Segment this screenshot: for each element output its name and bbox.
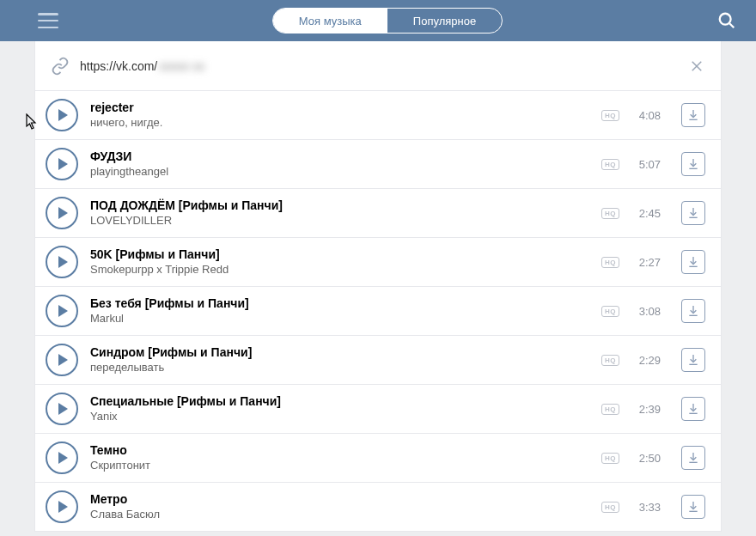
close-icon[interactable] — [688, 58, 705, 75]
track-duration: 2:29 — [631, 354, 661, 367]
download-button[interactable] — [681, 495, 705, 519]
play-button[interactable] — [46, 246, 78, 278]
track-title: Синдром [Рифмы и Панчи] — [90, 344, 589, 360]
download-button[interactable] — [681, 446, 705, 470]
track-title: ФУДЗИ — [90, 149, 589, 164]
track-title: Метро — [90, 491, 589, 507]
track-duration: 3:08 — [631, 305, 661, 318]
play-button[interactable] — [46, 99, 78, 131]
menu-icon[interactable] — [38, 13, 58, 28]
track-info[interactable]: Синдром [Рифмы и Панчи] переделывать — [90, 344, 589, 375]
hq-badge: HQ — [601, 355, 619, 366]
play-button[interactable] — [46, 295, 78, 327]
track-title: ПОД ДОЖДЁМ [Рифмы и Панчи] — [90, 198, 589, 213]
track-info[interactable]: rejecter ничего, нигде. — [90, 100, 589, 130]
track-row: rejecter ничего, нигде. HQ 4:08 — [35, 91, 721, 140]
play-icon — [58, 256, 68, 268]
download-button[interactable] — [681, 201, 705, 225]
track-info[interactable]: Темно Скриптонит — [90, 442, 589, 472]
link-icon — [51, 57, 70, 76]
download-button[interactable] — [681, 348, 705, 372]
play-button[interactable] — [46, 344, 78, 376]
track-duration: 5:07 — [631, 158, 661, 171]
svg-point-0 — [720, 14, 731, 25]
play-button[interactable] — [46, 490, 78, 523]
search-icon[interactable] — [716, 10, 737, 31]
track-row: ПОД ДОЖДЁМ [Рифмы и Панчи] LOVELYDILLER … — [35, 189, 721, 238]
track-info[interactable]: Без тебя [Рифмы и Панчи] Markul — [90, 295, 589, 326]
track-row: ФУДЗИ playingtheangel HQ 5:07 — [35, 140, 721, 189]
track-artist: Smokepurpp x Trippie Redd — [90, 263, 589, 277]
track-artist: playingtheangel — [90, 165, 589, 180]
download-button[interactable] — [681, 103, 705, 127]
play-button[interactable] — [46, 442, 78, 474]
url-input[interactable]: https://vk.com/xxxxx xx — [80, 59, 678, 73]
download-button[interactable] — [681, 299, 705, 323]
play-icon — [58, 305, 68, 317]
track-title: rejecter — [90, 100, 589, 115]
url-hidden: xxxxx xx — [159, 59, 204, 73]
track-duration: 2:39 — [631, 403, 661, 416]
track-title: Темно — [90, 442, 589, 458]
play-icon — [58, 403, 68, 415]
track-info[interactable]: ПОД ДОЖДЁМ [Рифмы и Панчи] LOVELYDILLER — [90, 198, 589, 228]
play-button[interactable] — [46, 148, 78, 180]
track-info[interactable]: 50K [Рифмы и Панчи] Smokepurpp x Trippie… — [90, 247, 589, 277]
track-artist: Yanix — [90, 410, 589, 424]
hq-badge: HQ — [601, 453, 619, 464]
track-artist: переделывать — [90, 361, 589, 375]
play-icon — [58, 354, 68, 366]
track-title: 50K [Рифмы и Панчи] — [90, 247, 589, 262]
track-row: 50K [Рифмы и Панчи] Smokepurpp x Trippie… — [35, 238, 721, 287]
download-button[interactable] — [681, 250, 705, 274]
hq-badge: HQ — [601, 502, 619, 513]
track-row: Синдром [Рифмы и Панчи] переделывать HQ … — [35, 336, 721, 385]
track-info[interactable]: Специальные [Рифмы и Панчи] Yanix — [90, 393, 589, 423]
track-artist: Markul — [90, 312, 589, 326]
track-title: Специальные [Рифмы и Панчи] — [90, 393, 589, 409]
track-artist: Скриптонит — [90, 459, 589, 473]
track-info[interactable]: ФУДЗИ playingtheangel — [90, 149, 589, 179]
tab-popular[interactable]: Популярное — [387, 9, 502, 33]
track-duration: 2:50 — [631, 452, 661, 465]
play-icon — [58, 109, 68, 121]
track-artist: ничего, нигде. — [90, 116, 589, 131]
play-button[interactable] — [46, 393, 78, 425]
tab-my-music[interactable]: Моя музыка — [273, 9, 387, 33]
track-info[interactable]: Метро Слава Басюл — [90, 491, 589, 521]
track-duration: 2:27 — [631, 256, 661, 269]
track-duration: 4:08 — [631, 109, 661, 122]
hq-badge: HQ — [601, 404, 619, 415]
track-artist: LOVELYDILLER — [90, 214, 589, 228]
play-button[interactable] — [46, 197, 78, 229]
track-duration: 2:45 — [631, 207, 661, 220]
play-icon — [58, 207, 68, 219]
play-icon — [58, 158, 68, 170]
track-duration: 3:33 — [631, 501, 661, 514]
track-row: Метро Слава Басюл HQ 3:33 — [35, 483, 721, 532]
url-visible: https://vk.com/ — [80, 59, 157, 73]
download-button[interactable] — [681, 397, 705, 421]
track-row: Специальные [Рифмы и Панчи] Yanix HQ 2:3… — [35, 385, 721, 434]
tab-switcher: Моя музыка Популярное — [272, 8, 503, 34]
svg-line-1 — [729, 23, 734, 27]
play-icon — [58, 501, 68, 513]
play-icon — [58, 452, 68, 464]
track-row: Темно Скриптонит HQ 2:50 — [35, 434, 721, 483]
hq-badge: HQ — [601, 110, 619, 121]
hq-badge: HQ — [601, 257, 619, 268]
hq-badge: HQ — [601, 208, 619, 219]
download-button[interactable] — [681, 152, 705, 176]
track-row: Без тебя [Рифмы и Панчи] Markul HQ 3:08 — [35, 287, 721, 336]
track-title: Без тебя [Рифмы и Панчи] — [90, 295, 589, 311]
hq-badge: HQ — [601, 306, 619, 317]
hq-badge: HQ — [601, 159, 619, 170]
track-artist: Слава Басюл — [90, 508, 589, 522]
